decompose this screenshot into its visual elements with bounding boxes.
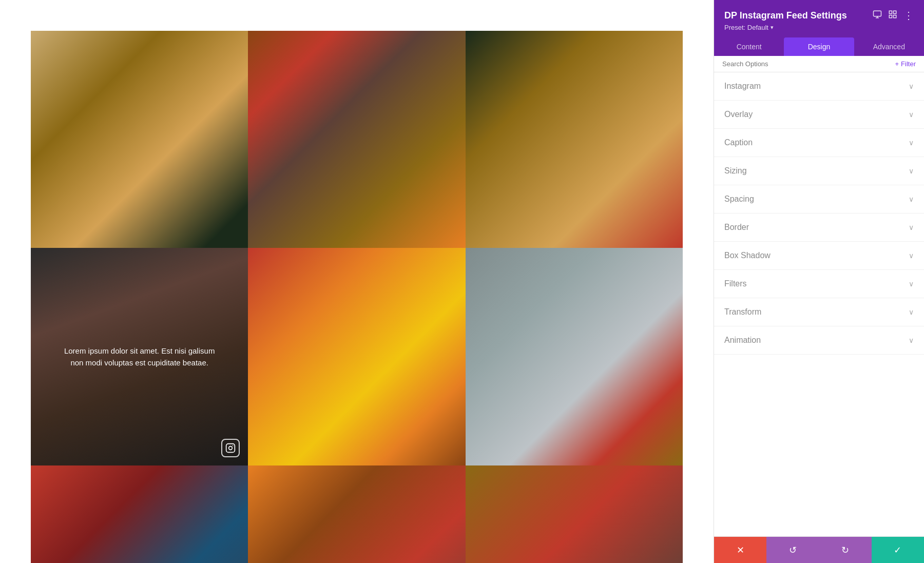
preset-row[interactable]: Preset: Default ▾ [724,24,914,31]
photo-cell-4: Lorem ipsum dolor sit amet. Est nisi gal… [31,248,248,465]
filter-button[interactable]: + Filter [895,60,916,68]
more-vert-icon[interactable]: ⋮ [903,9,914,22]
option-label-box-shadow: Box Shadow [724,251,771,260]
option-label-transform: Transform [724,307,761,317]
option-box-shadow[interactable]: Box Shadow ∨ [714,242,924,270]
option-animation[interactable]: Animation ∨ [714,326,924,355]
photo-cell-3 [466,31,683,248]
chevron-caption: ∨ [909,139,914,147]
main-content: Lorem ipsum dolor sit amet. Est nisi gal… [0,0,714,563]
panel-header: DP Instagram Feed Settings ⋮ [714,0,924,37]
option-label-caption: Caption [724,138,753,147]
panel-tabs: Content Design Advanced [714,37,924,56]
tab-design[interactable]: Design [784,37,854,56]
preset-label: Preset: Default [724,24,768,31]
instagram-icon [221,439,240,457]
photo-cell-2 [248,31,465,248]
chevron-box-shadow: ∨ [909,251,914,260]
photo-grid: Lorem ipsum dolor sit amet. Est nisi gal… [0,0,714,563]
option-filters[interactable]: Filters ∨ [714,270,924,298]
chevron-sizing: ∨ [909,167,914,175]
svg-rect-3 [874,11,881,16]
option-label-spacing: Spacing [724,195,754,204]
action-bar: ✕ ↺ ↻ ✓ [714,536,924,563]
chevron-animation: ∨ [909,336,914,344]
option-label-overlay: Overlay [724,110,753,119]
search-filter-row: + Filter [714,56,924,72]
chevron-filters: ∨ [909,280,914,288]
options-list: Instagram ∨ Overlay ∨ Caption ∨ Sizing ∨… [714,72,924,536]
option-instagram[interactable]: Instagram ∨ [714,72,924,101]
photo-cell-7 [31,465,248,563]
save-icon: ✓ [894,545,901,556]
option-label-animation: Animation [724,336,761,345]
photo-cell-8: ••• [248,465,465,563]
option-sizing[interactable]: Sizing ∨ [714,157,924,185]
chevron-transform: ∨ [909,308,914,316]
redo-button[interactable]: ↻ [819,537,872,563]
option-label-filters: Filters [724,279,747,288]
chevron-border: ∨ [909,223,914,231]
svg-rect-9 [894,15,896,18]
photo-cell-1 [31,31,248,248]
preset-dropdown-arrow: ▾ [771,24,774,31]
option-label-border: Border [724,223,749,232]
svg-rect-6 [889,11,892,13]
filter-plus-icon: + [895,60,899,68]
svg-rect-8 [889,15,892,18]
cancel-button[interactable]: ✕ [714,537,766,563]
svg-point-1 [229,446,233,450]
overlay-text: Lorem ipsum dolor sit amet. Est nisi gal… [52,340,226,374]
screen-icon[interactable] [873,10,882,21]
option-label-instagram: Instagram [724,82,761,91]
tab-content[interactable]: Content [714,37,784,56]
search-input[interactable] [722,60,891,68]
panel-title: DP Instagram Feed Settings [724,10,847,21]
save-button[interactable]: ✓ [872,537,924,563]
svg-rect-7 [894,11,896,13]
panel-title-icons: ⋮ [873,9,914,22]
undo-icon: ↺ [789,545,797,556]
svg-rect-0 [226,443,235,452]
option-caption[interactable]: Caption ∨ [714,129,924,157]
option-overlay[interactable]: Overlay ∨ [714,101,924,129]
photo-cell-6 [466,248,683,465]
option-label-sizing: Sizing [724,166,747,176]
cancel-icon: ✕ [737,545,744,556]
redo-icon: ↻ [841,545,849,556]
option-transform[interactable]: Transform ∨ [714,298,924,326]
settings-panel: DP Instagram Feed Settings ⋮ [714,0,924,563]
photo-cell-5 [248,248,465,465]
grid-icon[interactable] [888,10,897,21]
svg-point-2 [233,445,234,446]
option-spacing[interactable]: Spacing ∨ [714,185,924,213]
undo-button[interactable]: ↺ [766,537,819,563]
tab-advanced[interactable]: Advanced [854,37,924,56]
filter-label: Filter [901,60,916,68]
option-border[interactable]: Border ∨ [714,213,924,242]
chevron-overlay: ∨ [909,110,914,119]
chevron-spacing: ∨ [909,195,914,203]
chevron-instagram: ∨ [909,82,914,90]
photo-cell-9 [466,465,683,563]
